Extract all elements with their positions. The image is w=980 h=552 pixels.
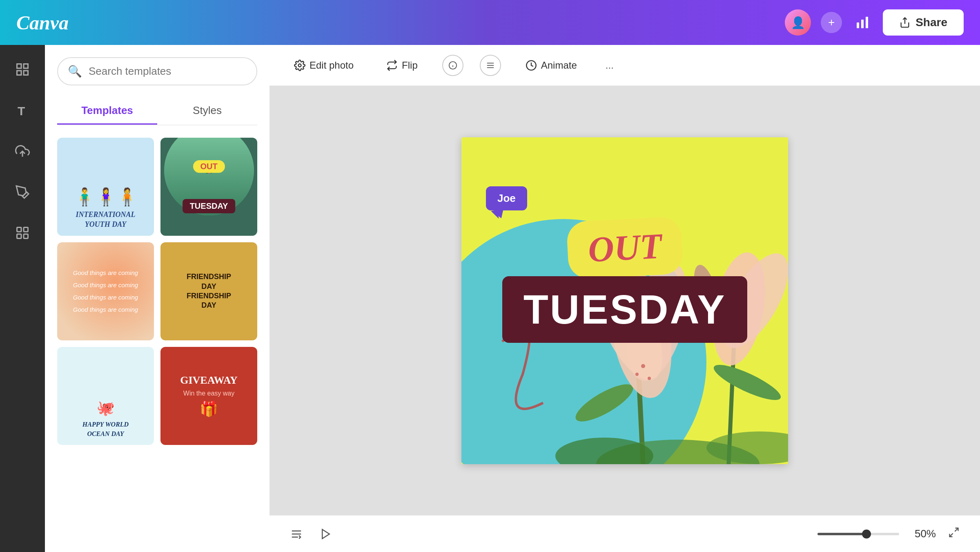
bottom-left-controls (286, 523, 336, 545)
template-card-youth[interactable]: 🧍‍♂️🧍‍♀️🧍 INTERNATIONALYOUTH DAY (57, 138, 154, 236)
align-button[interactable] (480, 55, 501, 76)
info-button[interactable] (442, 55, 463, 76)
search-bar: 🔍 (57, 57, 257, 85)
giveaway-icon: 🎁 (200, 400, 218, 418)
good-things-text: Good things are comingGood things are co… (73, 267, 138, 316)
sidebar-item-text[interactable]: T (10, 98, 35, 123)
templates-panel: 🔍 Templates Styles 🧍‍♂️🧍‍♀️🧍 INTERNATION… (45, 45, 270, 552)
svg-rect-5 (24, 64, 28, 69)
tuesday-text: TUESDAY (523, 286, 726, 332)
out-text: OUT (587, 226, 663, 269)
bottom-bar: 50% (270, 515, 980, 552)
search-input[interactable] (89, 65, 247, 78)
svg-rect-0 (857, 22, 859, 28)
svg-rect-7 (24, 71, 28, 75)
animate-button[interactable]: Animate (517, 54, 585, 77)
template-grid: 🧍‍♂️🧍‍♀️🧍 INTERNATIONALYOUTH DAY 🌺 OUT T… (57, 138, 257, 445)
ocean-title: HAPPY WORLDOCEAN DAY (82, 420, 129, 438)
joe-cursor: Joe (486, 186, 527, 219)
svg-rect-11 (24, 228, 28, 232)
header-right: 👤 + Share (785, 9, 964, 36)
design-canvas[interactable]: OUT TUESDAY Joe (461, 137, 788, 464)
flip-button[interactable]: Flip (378, 54, 426, 77)
template-card-friendship[interactable]: FRIENDSHIPDAYFRIENDSHIPDAY (160, 242, 257, 340)
analytics-button[interactable] (852, 12, 873, 33)
svg-text:T: T (18, 104, 25, 118)
giveaway-title: GIVEAWAY (180, 374, 238, 387)
zoom-track[interactable] (817, 533, 899, 535)
svg-rect-6 (17, 71, 22, 75)
svg-rect-12 (17, 234, 22, 239)
tab-styles[interactable]: Styles (157, 98, 257, 125)
svg-rect-1 (861, 20, 864, 28)
svg-point-25 (710, 359, 784, 406)
svg-rect-2 (866, 17, 868, 28)
svg-line-43 (955, 528, 958, 532)
more-options-button[interactable]: ... (601, 56, 618, 75)
giveaway-sub: Win the easy way (183, 390, 234, 397)
svg-point-24 (571, 378, 638, 428)
youth-title: INTERNATIONALYOUTH DAY (76, 210, 135, 229)
tuesday-label-small: TUESDAY (183, 199, 236, 213)
out-label-small: OUT (193, 160, 225, 173)
svg-rect-13 (24, 234, 28, 239)
svg-point-29 (641, 364, 645, 368)
youth-figures: 🧍‍♂️🧍‍♀️🧍 (74, 187, 138, 207)
template-card-tuesday[interactable]: 🌺 OUT TUESDAY (160, 138, 257, 236)
fullscreen-button[interactable] (944, 524, 964, 544)
edit-photo-button[interactable]: Edit photo (286, 54, 362, 77)
canvas-container: OUT TUESDAY Joe (270, 86, 980, 515)
svg-rect-4 (17, 64, 22, 69)
zoom-label: 50% (907, 527, 936, 540)
add-button[interactable]: + (821, 12, 842, 33)
canva-logo[interactable]: Canva (16, 11, 69, 34)
sidebar-item-templates[interactable] (10, 57, 35, 82)
svg-point-37 (555, 438, 653, 464)
toolbar: Edit photo Flip Animate ... (270, 45, 980, 86)
svg-point-31 (635, 373, 639, 376)
template-card-ocean[interactable]: 🐙 HAPPY WORLDOCEAN DAY (57, 347, 154, 445)
tabs: Templates Styles (57, 98, 257, 125)
out-badge: OUT (566, 216, 684, 279)
zoom-thumb[interactable] (862, 530, 871, 539)
sidebar-item-draw[interactable] (10, 180, 35, 204)
svg-line-44 (950, 533, 953, 536)
canvas-area: Edit photo Flip Animate ... (270, 45, 980, 552)
avatar[interactable]: 👤 (785, 9, 811, 36)
zoom-fill (817, 533, 866, 535)
zoom-area: 50% (817, 524, 964, 544)
svg-marker-42 (322, 529, 330, 539)
ocean-icon: 🐙 (96, 400, 115, 417)
template-card-good[interactable]: Good things are comingGood things are co… (57, 242, 154, 340)
app-header: Canva 👤 + Share (0, 0, 980, 45)
notes-button[interactable] (286, 523, 307, 545)
friendship-text: FRIENDSHIPDAYFRIENDSHIPDAY (187, 272, 231, 311)
sidebar: T (0, 45, 45, 552)
sidebar-item-apps[interactable] (10, 221, 35, 245)
share-button[interactable]: Share (883, 9, 964, 36)
sidebar-item-upload[interactable] (10, 139, 35, 163)
template-card-giveaway[interactable]: GIVEAWAY Win the easy way 🎁 (160, 347, 257, 445)
search-icon: 🔍 (68, 65, 82, 78)
svg-rect-10 (17, 228, 22, 232)
svg-point-14 (298, 64, 301, 67)
tuesday-badge: TUESDAY (502, 276, 747, 343)
present-button[interactable] (315, 523, 336, 545)
joe-label: Joe (486, 186, 527, 210)
svg-point-30 (648, 377, 651, 380)
tab-templates[interactable]: Templates (57, 98, 157, 125)
